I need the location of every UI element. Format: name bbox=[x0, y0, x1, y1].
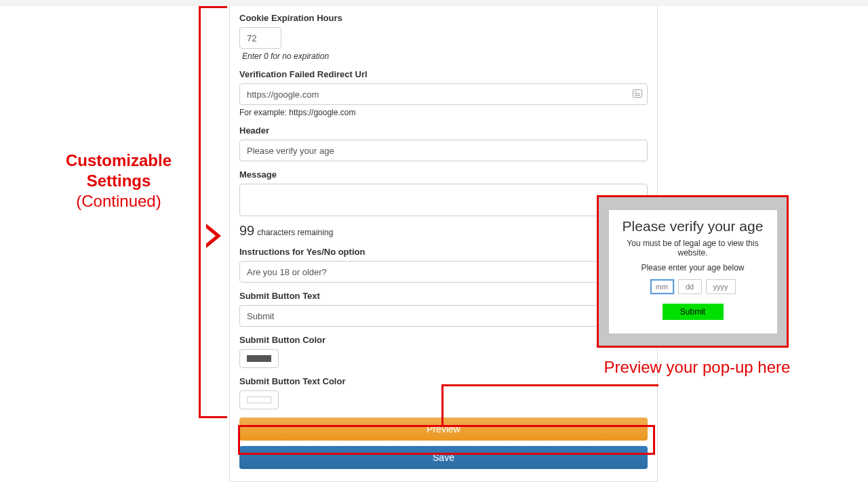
popup-message: You must be of legal age to view this we… bbox=[616, 239, 770, 258]
annotation-preview-label: Preview your pop-up here bbox=[589, 358, 806, 377]
submit-text-color-swatch bbox=[247, 396, 271, 403]
contacts-icon bbox=[633, 89, 642, 100]
submit-color-swatch bbox=[247, 355, 271, 362]
cookie-expiration-hint: Enter 0 for no expiration bbox=[239, 52, 648, 61]
submit-text-label: Submit Button Text bbox=[239, 291, 648, 301]
annotation-left-label: Customizable Settings (Continued) bbox=[41, 150, 197, 211]
month-input[interactable] bbox=[650, 279, 674, 294]
popup-instruction: Please enter your age below bbox=[616, 263, 770, 272]
submit-color-picker[interactable] bbox=[239, 349, 279, 368]
characters-remaining-suffix: characters remaining bbox=[257, 228, 333, 237]
year-input[interactable] bbox=[706, 279, 736, 294]
characters-remaining-count: 99 bbox=[239, 223, 254, 238]
submit-color-group: Submit Button Color bbox=[239, 335, 648, 368]
date-input-row bbox=[616, 279, 770, 294]
cookie-expiration-input[interactable] bbox=[239, 27, 281, 49]
popup-preview: Please verify your age You must be of le… bbox=[609, 210, 777, 333]
redirect-url-label: Verification Failed Redirect Url bbox=[239, 69, 648, 79]
submit-text-input[interactable] bbox=[239, 305, 648, 327]
cookie-expiration-group: Cookie Expiration Hours Enter 0 for no e… bbox=[239, 13, 648, 61]
popup-submit-button[interactable]: Submit bbox=[663, 304, 724, 320]
instructions-group: Instructions for Yes/No option bbox=[239, 247, 648, 283]
annotation-pointer bbox=[206, 224, 221, 248]
submit-text-group: Submit Button Text bbox=[239, 291, 648, 327]
popup-preview-frame: Please verify your age You must be of le… bbox=[597, 195, 789, 348]
instructions-input[interactable] bbox=[239, 261, 648, 283]
annotation-left-subtitle: (Continued) bbox=[41, 191, 197, 211]
annotation-preview-line bbox=[441, 384, 658, 426]
message-label: Message bbox=[239, 169, 648, 180]
submit-text-color-picker[interactable] bbox=[239, 390, 279, 409]
instructions-label: Instructions for Yes/No option bbox=[239, 247, 648, 257]
header-input[interactable] bbox=[239, 140, 648, 161]
redirect-url-input[interactable] bbox=[239, 83, 648, 105]
annotation-preview-highlight bbox=[238, 425, 655, 455]
cookie-expiration-label: Cookie Expiration Hours bbox=[239, 13, 648, 23]
redirect-url-group: Verification Failed Redirect Url For exa… bbox=[239, 69, 648, 117]
message-textarea[interactable] bbox=[239, 184, 648, 216]
message-group: Message 99characters remaining bbox=[239, 169, 648, 239]
annotation-left-title: Customizable Settings bbox=[41, 150, 197, 191]
submit-color-label: Submit Button Color bbox=[239, 335, 648, 345]
annotation-bracket bbox=[199, 6, 227, 418]
day-input[interactable] bbox=[678, 279, 702, 294]
popup-title: Please verify your age bbox=[616, 218, 770, 235]
characters-remaining: 99characters remaining bbox=[239, 223, 648, 239]
header-group: Header bbox=[239, 125, 648, 161]
top-bar bbox=[0, 0, 868, 6]
header-label: Header bbox=[239, 125, 648, 136]
redirect-url-hint: For example: https://google.com bbox=[239, 108, 648, 117]
